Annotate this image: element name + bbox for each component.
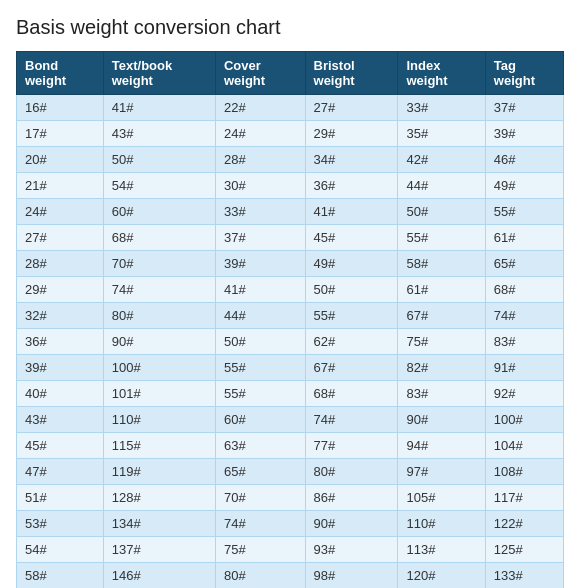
table-cell: 86# bbox=[305, 485, 398, 511]
table-cell: 82# bbox=[398, 355, 485, 381]
table-cell: 51# bbox=[17, 485, 104, 511]
table-cell: 29# bbox=[17, 277, 104, 303]
table-cell: 43# bbox=[17, 407, 104, 433]
table-cell: 37# bbox=[485, 95, 563, 121]
table-cell: 98# bbox=[305, 563, 398, 589]
table-cell: 27# bbox=[305, 95, 398, 121]
table-cell: 33# bbox=[398, 95, 485, 121]
table-cell: 119# bbox=[103, 459, 215, 485]
table-cell: 125# bbox=[485, 537, 563, 563]
table-cell: 60# bbox=[215, 407, 305, 433]
table-row: 58#146#80#98#120#133# bbox=[17, 563, 564, 589]
table-cell: 45# bbox=[17, 433, 104, 459]
table-cell: 39# bbox=[215, 251, 305, 277]
table-cell: 33# bbox=[215, 199, 305, 225]
table-cell: 83# bbox=[398, 381, 485, 407]
table-cell: 68# bbox=[485, 277, 563, 303]
table-cell: 24# bbox=[17, 199, 104, 225]
table-row: 29#74#41#50#61#68# bbox=[17, 277, 564, 303]
table-cell: 61# bbox=[485, 225, 563, 251]
table-cell: 75# bbox=[215, 537, 305, 563]
table-cell: 104# bbox=[485, 433, 563, 459]
table-cell: 24# bbox=[215, 121, 305, 147]
table-cell: 63# bbox=[215, 433, 305, 459]
table-cell: 110# bbox=[398, 511, 485, 537]
table-cell: 39# bbox=[485, 121, 563, 147]
table-cell: 55# bbox=[398, 225, 485, 251]
table-row: 43#110#60#74#90#100# bbox=[17, 407, 564, 433]
page-title: Basis weight conversion chart bbox=[16, 16, 564, 39]
table-row: 36#90#50#62#75#83# bbox=[17, 329, 564, 355]
table-row: 27#68#37#45#55#61# bbox=[17, 225, 564, 251]
table-cell: 80# bbox=[305, 459, 398, 485]
column-header: Cover weight bbox=[215, 52, 305, 95]
table-cell: 45# bbox=[305, 225, 398, 251]
table-cell: 80# bbox=[103, 303, 215, 329]
table-row: 39#100#55#67#82#91# bbox=[17, 355, 564, 381]
table-cell: 65# bbox=[215, 459, 305, 485]
table-cell: 100# bbox=[485, 407, 563, 433]
table-row: 47#119#65#80#97#108# bbox=[17, 459, 564, 485]
table-cell: 75# bbox=[398, 329, 485, 355]
table-cell: 50# bbox=[398, 199, 485, 225]
table-row: 21#54#30#36#44#49# bbox=[17, 173, 564, 199]
table-cell: 32# bbox=[17, 303, 104, 329]
table-cell: 40# bbox=[17, 381, 104, 407]
table-cell: 97# bbox=[398, 459, 485, 485]
table-cell: 146# bbox=[103, 563, 215, 589]
table-cell: 39# bbox=[17, 355, 104, 381]
table-cell: 42# bbox=[398, 147, 485, 173]
table-row: 53#134#74#90#110#122# bbox=[17, 511, 564, 537]
table-cell: 50# bbox=[103, 147, 215, 173]
table-cell: 28# bbox=[215, 147, 305, 173]
table-cell: 122# bbox=[485, 511, 563, 537]
table-cell: 17# bbox=[17, 121, 104, 147]
table-cell: 37# bbox=[215, 225, 305, 251]
table-cell: 137# bbox=[103, 537, 215, 563]
table-cell: 113# bbox=[398, 537, 485, 563]
table-cell: 80# bbox=[215, 563, 305, 589]
table-cell: 117# bbox=[485, 485, 563, 511]
table-cell: 41# bbox=[215, 277, 305, 303]
table-cell: 34# bbox=[305, 147, 398, 173]
table-cell: 74# bbox=[485, 303, 563, 329]
table-cell: 55# bbox=[215, 381, 305, 407]
table-cell: 30# bbox=[215, 173, 305, 199]
table-cell: 120# bbox=[398, 563, 485, 589]
table-cell: 28# bbox=[17, 251, 104, 277]
table-cell: 110# bbox=[103, 407, 215, 433]
table-cell: 47# bbox=[17, 459, 104, 485]
table-cell: 43# bbox=[103, 121, 215, 147]
table-cell: 65# bbox=[485, 251, 563, 277]
table-cell: 90# bbox=[103, 329, 215, 355]
table-cell: 115# bbox=[103, 433, 215, 459]
table-cell: 46# bbox=[485, 147, 563, 173]
table-cell: 74# bbox=[305, 407, 398, 433]
table-cell: 74# bbox=[215, 511, 305, 537]
table-cell: 74# bbox=[103, 277, 215, 303]
table-cell: 36# bbox=[17, 329, 104, 355]
table-cell: 94# bbox=[398, 433, 485, 459]
table-cell: 83# bbox=[485, 329, 563, 355]
table-cell: 70# bbox=[103, 251, 215, 277]
table-cell: 60# bbox=[103, 199, 215, 225]
table-cell: 44# bbox=[398, 173, 485, 199]
table-cell: 133# bbox=[485, 563, 563, 589]
table-cell: 55# bbox=[215, 355, 305, 381]
column-header: Tag weight bbox=[485, 52, 563, 95]
table-cell: 44# bbox=[215, 303, 305, 329]
table-row: 16#41#22#27#33#37# bbox=[17, 95, 564, 121]
table-row: 51#128#70#86#105#117# bbox=[17, 485, 564, 511]
table-cell: 22# bbox=[215, 95, 305, 121]
table-cell: 62# bbox=[305, 329, 398, 355]
table-row: 45#115#63#77#94#104# bbox=[17, 433, 564, 459]
table-cell: 35# bbox=[398, 121, 485, 147]
table-cell: 53# bbox=[17, 511, 104, 537]
table-row: 32#80#44#55#67#74# bbox=[17, 303, 564, 329]
table-cell: 90# bbox=[398, 407, 485, 433]
table-cell: 68# bbox=[305, 381, 398, 407]
column-header: Bristol weight bbox=[305, 52, 398, 95]
table-cell: 58# bbox=[17, 563, 104, 589]
table-cell: 68# bbox=[103, 225, 215, 251]
table-cell: 101# bbox=[103, 381, 215, 407]
